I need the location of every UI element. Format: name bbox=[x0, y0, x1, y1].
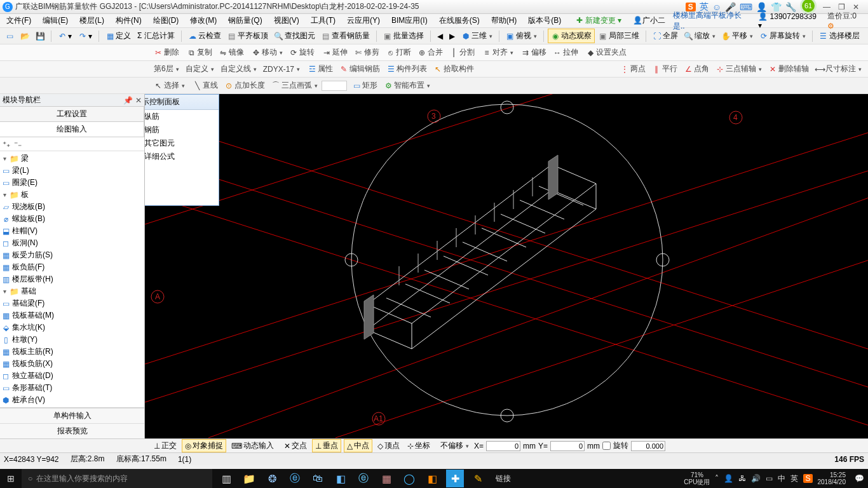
arrow-right-button[interactable]: ▶ bbox=[447, 30, 458, 42]
tree-beam-l[interactable]: 梁(L) bbox=[12, 165, 29, 176]
menu-cloud[interactable]: 云应用(Y) bbox=[343, 14, 384, 27]
new-file-button[interactable]: ▭ bbox=[3, 30, 17, 42]
set-grip-button[interactable]: ◆设置夹点 bbox=[583, 46, 629, 59]
x-input[interactable] bbox=[486, 441, 520, 451]
flat-roof-button[interactable]: ▤平齐板顶 bbox=[225, 29, 271, 43]
snap-intersection[interactable]: ✕交点 bbox=[281, 440, 309, 452]
tray-lang2[interactable]: 英 bbox=[790, 473, 798, 484]
menu-file[interactable]: 文件(F) bbox=[3, 14, 35, 27]
tree-slab-rebar[interactable]: 板受力筋(S) bbox=[12, 250, 53, 261]
menu-online[interactable]: 在线服务(S) bbox=[435, 14, 484, 27]
tree-column-cap[interactable]: 柱帽(V) bbox=[12, 226, 37, 236]
tree-slab[interactable]: 板 bbox=[21, 189, 29, 200]
tray-sogou-icon[interactable]: S bbox=[803, 474, 812, 483]
app-icon-6[interactable]: ✚ bbox=[446, 470, 464, 487]
menu-view[interactable]: 视图(V) bbox=[270, 14, 303, 27]
break-button[interactable]: ⎋打断 bbox=[383, 46, 414, 59]
edit-rebar-button[interactable]: ✎编辑钢筋 bbox=[337, 62, 383, 76]
arrow-left-button[interactable]: ◀ bbox=[435, 30, 445, 42]
notification-badge[interactable]: 61 bbox=[800, 0, 817, 14]
tab-draw-input[interactable]: 绘图输入 bbox=[0, 122, 144, 137]
tree-raft-main[interactable]: 筏板主筋(R) bbox=[12, 346, 53, 357]
tree-cast-slab[interactable]: 现浇板(B) bbox=[12, 201, 45, 212]
tray-volume-icon[interactable]: 🔊 bbox=[751, 474, 761, 483]
y-input[interactable] bbox=[550, 441, 585, 451]
tray-people-icon[interactable]: 👤 bbox=[724, 474, 733, 483]
screen-rotate-button[interactable]: ⟳屏幕旋转 bbox=[757, 29, 808, 43]
ie-icon[interactable]: ⓔ bbox=[355, 470, 372, 487]
tree-sump[interactable]: 集水坑(K) bbox=[12, 322, 45, 333]
offset-button[interactable]: ⇉偏移 bbox=[519, 46, 549, 59]
tree-found-beam[interactable]: 基础梁(F) bbox=[12, 298, 44, 309]
three-point-aux[interactable]: ⊹三点辅轴 bbox=[713, 62, 764, 76]
mirror-button[interactable]: ⇋镜像 bbox=[216, 46, 247, 59]
tip-link[interactable]: 楼梯里高端平板净长是.. bbox=[673, 10, 753, 32]
offset-mode-select[interactable]: 不偏移 bbox=[438, 440, 471, 452]
parallel-aux[interactable]: ∥平行 bbox=[649, 62, 680, 76]
osnap-toggle[interactable]: ◎对象捕捉 bbox=[182, 439, 226, 452]
category-select[interactable]: 自定义 bbox=[183, 62, 217, 76]
delete-aux[interactable]: ✕删除辅轴 bbox=[766, 62, 811, 76]
tab-project-settings[interactable]: 工程设置 bbox=[0, 107, 144, 121]
user-small[interactable]: 👤广小二 bbox=[629, 14, 669, 27]
3d-viewport[interactable]: 3 4 A A1 bbox=[145, 94, 868, 438]
ortho-toggle[interactable]: ⊥正交 bbox=[151, 440, 179, 452]
merge-button[interactable]: ⊕合并 bbox=[415, 46, 445, 59]
account-number[interactable]: 👤 13907298339 ▾ bbox=[758, 12, 822, 30]
open-file-button[interactable]: 📂 bbox=[18, 30, 32, 42]
tree-foundation[interactable]: 基础 bbox=[21, 286, 36, 297]
local-3d-button[interactable]: ▣局部三维 bbox=[596, 29, 642, 43]
panel-close-icon[interactable]: ✕ bbox=[135, 96, 142, 105]
rebar-display-panel[interactable]: 钢筋显示控制面板 水平纵筋 横向钢筋 显示其它图元 显示详细公式 bbox=[145, 94, 219, 206]
rotate-input[interactable] bbox=[631, 441, 665, 451]
arc-tool[interactable]: ⌒三点画弧 bbox=[269, 79, 320, 92]
menu-component[interactable]: 构件(N) bbox=[112, 14, 146, 27]
trim-button[interactable]: ✄修剪 bbox=[351, 46, 382, 59]
menu-version[interactable]: 版本号(B) bbox=[524, 14, 565, 27]
select-tool[interactable]: ↖选择 bbox=[151, 79, 187, 92]
app-icon-4[interactable]: ◯ bbox=[400, 470, 418, 487]
tree-pier[interactable]: 柱墩(Y) bbox=[12, 334, 37, 345]
clock[interactable]: 15:25 2018/4/20 bbox=[818, 471, 850, 485]
tree-slab-hole[interactable]: 板洞(N) bbox=[12, 238, 38, 248]
snap-midpoint[interactable]: △中点 bbox=[344, 439, 372, 452]
point-angle-aux[interactable]: ∠点角 bbox=[681, 62, 712, 76]
tree-pile-cap[interactable]: 桩承台(V) bbox=[12, 395, 45, 405]
menu-tools[interactable]: 工具(T) bbox=[307, 14, 339, 27]
tree-raft-neg[interactable]: 筏板负筋(X) bbox=[12, 358, 53, 369]
balance[interactable]: 造价豆:0 ⚙ bbox=[827, 11, 865, 30]
point-length-tool[interactable]: ⊙点加长度 bbox=[222, 79, 268, 92]
copy-button[interactable]: ⧉复制 bbox=[184, 46, 215, 59]
tree-strip-found[interactable]: 条形基础(T) bbox=[12, 383, 52, 393]
start-button[interactable]: ⊞ bbox=[0, 473, 22, 484]
menu-edit[interactable]: 编辑(E) bbox=[39, 14, 72, 27]
folder-icon[interactable]: 📁 bbox=[240, 470, 258, 487]
smart-layout-tool[interactable]: ⚙智能布置 bbox=[381, 79, 433, 92]
component-tree[interactable]: ▾📁梁 ▭梁(L) ▭圈梁(E) ▾📁板 ▱现浇板(B) ⌀螺旋板(B) ⬓柱帽… bbox=[0, 151, 144, 407]
pan-button[interactable]: ✋平移 bbox=[719, 29, 756, 43]
tree-isolated[interactable]: 独立基础(D) bbox=[12, 370, 53, 381]
tray-ime-icon[interactable]: ▭ bbox=[766, 474, 773, 483]
app-icon-1[interactable]: ❂ bbox=[263, 470, 281, 487]
menu-draw[interactable]: 绘图(D) bbox=[149, 14, 183, 27]
undo-button[interactable]: ↶▾ bbox=[55, 30, 74, 42]
tree-floor-strip[interactable]: 楼层板带(H) bbox=[12, 274, 53, 285]
find-entity-button[interactable]: 🔍查找图元 bbox=[272, 29, 318, 43]
app-icon-3[interactable]: ▦ bbox=[377, 470, 395, 487]
zoom-button[interactable]: 🔍缩放 bbox=[682, 29, 718, 43]
expand-all-icon[interactable]: ⁺₊ bbox=[3, 140, 10, 149]
extend-button[interactable]: ⇥延伸 bbox=[320, 46, 350, 59]
link-label[interactable]: 链接 bbox=[496, 473, 511, 484]
select-floor-button[interactable]: ☰选择楼层 bbox=[817, 29, 862, 43]
component-code[interactable]: ZDYX-17 bbox=[261, 64, 302, 75]
tree-raft[interactable]: 筏板基础(M) bbox=[12, 310, 54, 321]
type-select[interactable]: 自定义线 bbox=[218, 62, 259, 76]
view-rebar-button[interactable]: ▤查看钢筋量 bbox=[319, 29, 372, 43]
stretch-button[interactable]: ↔拉伸 bbox=[550, 46, 581, 59]
rect-tool[interactable]: ▭矩形 bbox=[349, 79, 380, 92]
collapse-all-icon[interactable]: ⁻₋ bbox=[14, 140, 22, 149]
tray-network-icon[interactable]: 🖧 bbox=[738, 474, 746, 483]
app-icon-2[interactable]: ◧ bbox=[332, 470, 349, 487]
snap-coordinate[interactable]: ⊹坐标 bbox=[405, 440, 433, 452]
menu-help[interactable]: 帮助(H) bbox=[487, 14, 521, 27]
